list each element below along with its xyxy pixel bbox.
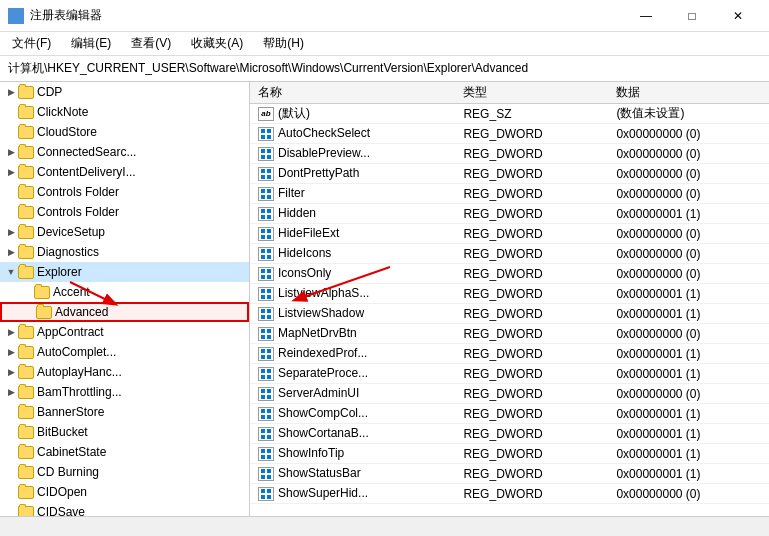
table-row[interactable]: IconsOnlyREG_DWORD0x00000000 (0) (250, 264, 769, 284)
table-row[interactable]: ab(默认)REG_SZ(数值未设置) (250, 104, 769, 124)
value-data: 0x00000001 (1) (608, 364, 769, 384)
tree-item[interactable]: CIDSave (0, 502, 249, 516)
menu-item-4[interactable]: 帮助(H) (255, 33, 312, 54)
folder-icon (36, 306, 52, 319)
table-row[interactable]: ShowCompCol...REG_DWORD0x00000001 (1) (250, 404, 769, 424)
tree-expander[interactable] (4, 125, 18, 139)
value-type: REG_DWORD (455, 464, 608, 484)
tree-item-label: ClickNote (37, 105, 88, 119)
table-row[interactable]: ShowInfoTipREG_DWORD0x00000001 (1) (250, 444, 769, 464)
table-row[interactable]: ShowSuperHid...REG_DWORD0x00000000 (0) (250, 484, 769, 504)
tree-item[interactable]: ClickNote (0, 102, 249, 122)
tree-item[interactable]: CD Burning (0, 462, 249, 482)
tree-item[interactable]: ▶BamThrottling... (0, 382, 249, 402)
tree-expander[interactable]: ▶ (4, 145, 18, 159)
menu-item-1[interactable]: 编辑(E) (63, 33, 119, 54)
menu-item-3[interactable]: 收藏夹(A) (183, 33, 251, 54)
table-row[interactable]: ListviewAlphaS...REG_DWORD0x00000001 (1) (250, 284, 769, 304)
table-row[interactable]: ListviewShadowREG_DWORD0x00000001 (1) (250, 304, 769, 324)
menu-item-0[interactable]: 文件(F) (4, 33, 59, 54)
tree-expander[interactable]: ▶ (4, 385, 18, 399)
tree-expander[interactable]: ▼ (4, 265, 18, 279)
svg-rect-39 (267, 295, 271, 299)
table-row[interactable]: FilterREG_DWORD0x00000000 (0) (250, 184, 769, 204)
tree-item[interactable]: ▼Explorer (0, 262, 249, 282)
tree-item[interactable]: BannerStore (0, 402, 249, 422)
svg-rect-55 (267, 375, 271, 379)
tree-expander[interactable] (4, 185, 18, 199)
svg-rect-9 (267, 149, 271, 153)
tree-expander[interactable]: ▶ (4, 245, 18, 259)
value-type: REG_DWORD (455, 424, 608, 444)
tree-item[interactable]: ▶Diagnostics (0, 242, 249, 262)
tree-expander[interactable] (4, 465, 18, 479)
tree-expander[interactable] (22, 305, 36, 319)
close-button[interactable]: ✕ (715, 0, 761, 32)
table-row[interactable]: ReindexedProf...REG_DWORD0x00000001 (1) (250, 344, 769, 364)
minimize-button[interactable]: — (623, 0, 669, 32)
tree-expander[interactable]: ▶ (4, 225, 18, 239)
value-name: IconsOnly (250, 264, 455, 284)
table-row[interactable]: ShowCortanaB...REG_DWORD0x00000001 (1) (250, 424, 769, 444)
tree-expander[interactable]: ▶ (4, 85, 18, 99)
tree-expander[interactable] (20, 285, 34, 299)
table-row[interactable]: DisablePreview...REG_DWORD0x00000000 (0) (250, 144, 769, 164)
svg-rect-25 (267, 229, 271, 233)
table-row[interactable]: AutoCheckSelectREG_DWORD0x00000000 (0) (250, 124, 769, 144)
value-name: ListviewShadow (250, 304, 455, 324)
svg-rect-64 (261, 429, 265, 433)
tree-item[interactable]: Controls Folder (0, 182, 249, 202)
tree-expander[interactable] (4, 425, 18, 439)
maximize-button[interactable]: □ (669, 0, 715, 32)
tree-item[interactable]: ▶DeviceSetup (0, 222, 249, 242)
table-row[interactable]: DontPrettyPathREG_DWORD0x00000000 (0) (250, 164, 769, 184)
tree-expander[interactable] (4, 485, 18, 499)
value-name-text: Filter (278, 186, 305, 200)
tree-expander[interactable]: ▶ (4, 325, 18, 339)
tree-expander[interactable] (4, 405, 18, 419)
tree-expander[interactable]: ▶ (4, 365, 18, 379)
value-data: 0x00000001 (1) (608, 204, 769, 224)
menu-item-2[interactable]: 查看(V) (123, 33, 179, 54)
svg-rect-60 (261, 409, 265, 413)
value-name: ShowStatusBar (250, 464, 455, 484)
svg-rect-76 (261, 489, 265, 493)
table-row[interactable]: SeparateProce...REG_DWORD0x00000001 (1) (250, 364, 769, 384)
tree-expander[interactable] (4, 445, 18, 459)
value-name-text: MapNetDrvBtn (278, 326, 357, 340)
value-type: REG_DWORD (455, 344, 608, 364)
svg-rect-56 (261, 389, 265, 393)
table-row[interactable]: HideIconsREG_DWORD0x00000000 (0) (250, 244, 769, 264)
tree-item[interactable]: CloudStore (0, 122, 249, 142)
table-row[interactable]: ServerAdminUIREG_DWORD0x00000000 (0) (250, 384, 769, 404)
tree-item[interactable]: ▶CDP (0, 82, 249, 102)
svg-rect-59 (267, 395, 271, 399)
tree-expander[interactable]: ▶ (4, 165, 18, 179)
table-row[interactable]: ShowStatusBarREG_DWORD0x00000001 (1) (250, 464, 769, 484)
tree-item[interactable]: CIDOpen (0, 482, 249, 502)
tree-expander[interactable] (4, 105, 18, 119)
table-row[interactable]: HiddenREG_DWORD0x00000001 (1) (250, 204, 769, 224)
value-name-text: Hidden (278, 206, 316, 220)
table-row[interactable]: HideFileExtREG_DWORD0x00000000 (0) (250, 224, 769, 244)
status-bar (0, 516, 769, 536)
svg-rect-42 (261, 315, 265, 319)
window-controls: — □ ✕ (623, 0, 761, 32)
tree-expander[interactable] (4, 205, 18, 219)
tree-item[interactable]: ▶AppContract (0, 322, 249, 342)
tree-item[interactable]: Controls Folder (0, 202, 249, 222)
tree-item[interactable]: Advanced (0, 302, 249, 322)
tree-item[interactable]: ▶AutoplayHanc... (0, 362, 249, 382)
tree-item[interactable]: ▶ContentDeliveryI... (0, 162, 249, 182)
table-row[interactable]: MapNetDrvBtnREG_DWORD0x00000000 (0) (250, 324, 769, 344)
tree-expander[interactable]: ▶ (4, 345, 18, 359)
svg-rect-74 (261, 475, 265, 479)
tree-item[interactable]: ▶AutoComplet... (0, 342, 249, 362)
tree-item[interactable]: Accent (0, 282, 249, 302)
svg-rect-43 (267, 315, 271, 319)
tree-item[interactable]: CabinetState (0, 442, 249, 462)
value-name: ListviewAlphaS... (250, 284, 455, 304)
tree-item[interactable]: ▶ConnectedSearc... (0, 142, 249, 162)
tree-item[interactable]: BitBucket (0, 422, 249, 442)
tree-expander[interactable] (4, 505, 18, 516)
